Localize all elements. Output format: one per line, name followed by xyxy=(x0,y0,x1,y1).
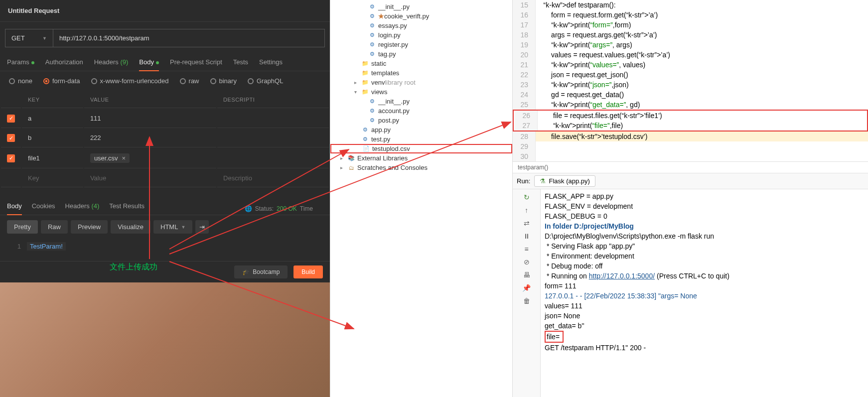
radio-graphql[interactable]: GraphQL xyxy=(248,77,283,85)
py-icon: ⚙ xyxy=(368,98,376,106)
chevron-down-icon: ▼ xyxy=(181,225,185,230)
lang-select[interactable]: HTML▼ xyxy=(153,220,192,234)
stop-icon[interactable]: ⊘ xyxy=(522,257,531,266)
tree-item-login-py[interactable]: ⚙login.py xyxy=(330,30,512,40)
resp-tab-testresults[interactable]: Test Results xyxy=(109,202,145,215)
url-input[interactable] xyxy=(53,29,324,47)
run-config-tab[interactable]: ⚗Flask (app.py) xyxy=(534,175,595,187)
console: ↻ ↑ ⇄ ⏸ ≡ ⊘ 🖶 📌 🗑 FLASK_APP = app.pyFLAS… xyxy=(513,189,868,397)
view-visualize[interactable]: Visualize xyxy=(111,220,150,234)
tree-item-cookie_verift-py[interactable]: ⚙★cookie_verift.py xyxy=(330,11,512,21)
py-icon: ⚙ xyxy=(368,117,376,125)
py-icon: ⚙ xyxy=(368,41,376,49)
filter-icon[interactable]: ≡ xyxy=(522,244,531,253)
col-value: VALUE xyxy=(84,92,216,108)
dir-icon: 📁 xyxy=(361,88,369,96)
breadcrumb[interactable]: testparam() xyxy=(513,161,868,173)
dir-icon: 📁 xyxy=(361,79,369,87)
radio-urlencoded[interactable]: x-www-form-urlencoded xyxy=(91,77,169,85)
tree-item-testuplod-csv[interactable]: 📄testuplod.csv xyxy=(330,144,512,153)
table-row-empty[interactable]: Key Value Descriptio xyxy=(1,169,329,187)
py-icon: ⚙ xyxy=(368,50,376,58)
radio-binary[interactable]: binary xyxy=(210,77,237,85)
py-icon: ⚙ xyxy=(368,107,376,115)
code-editor[interactable]: 15 “k-kw”>def testparam():16 form = requ… xyxy=(513,0,868,161)
tree-item-app-py[interactable]: ⚙app.py xyxy=(330,125,512,134)
tree-item-External-Libraries[interactable]: ▸📚External Libraries xyxy=(330,153,512,163)
tree-item-__init__-py[interactable]: ⚙__init__.py xyxy=(330,97,512,106)
layout-icon[interactable]: ⇄ xyxy=(522,218,531,227)
resp-tab-cookies[interactable]: Cookies xyxy=(32,202,55,215)
postman-footer: 🎓Bootcamp Build xyxy=(0,261,330,282)
up-icon[interactable]: ↑ xyxy=(522,205,531,214)
tab-params[interactable]: Params xyxy=(7,58,34,71)
tab-body[interactable]: Body xyxy=(139,58,159,71)
bootcamp-button[interactable]: 🎓Bootcamp xyxy=(234,265,288,278)
tree-item-__init__-py[interactable]: ⚙__init__.py xyxy=(330,2,512,11)
table-row[interactable]: ✓ b 222 xyxy=(1,129,329,148)
response-meta: 🌐 Status: 200 OK Time xyxy=(245,202,323,215)
globe-icon[interactable]: 🌐 xyxy=(245,205,252,212)
pause-icon[interactable]: ⏸ xyxy=(522,231,531,240)
tab-authorization[interactable]: Authorization xyxy=(45,58,83,71)
tab-tests[interactable]: Tests xyxy=(233,58,248,71)
tree-item-account-py[interactable]: ⚙account.py xyxy=(330,106,512,116)
request-title[interactable]: Untitled Request xyxy=(0,0,330,22)
close-icon[interactable]: × xyxy=(122,154,126,162)
method-select[interactable]: GET ▼ xyxy=(5,29,53,47)
py-icon: ⚙ xyxy=(368,22,376,30)
project-tree-pane: ⚙__init__.py⚙★cookie_verift.py⚙essays.py… xyxy=(330,0,513,397)
checkbox-icon[interactable]: ✓ xyxy=(7,115,15,123)
run-tab-bar: Run: ⚗Flask (app.py) xyxy=(513,173,868,189)
print-icon[interactable]: 🖶 xyxy=(522,270,531,279)
tree-item-venv[interactable]: ▸📁venv library root xyxy=(330,78,512,87)
resp-tab-headers[interactable]: Headers (4) xyxy=(65,202,100,215)
file-chip[interactable]: user.csv× xyxy=(90,153,130,163)
console-output[interactable]: FLASK_APP = app.pyFLASK_ENV = developmen… xyxy=(541,189,868,397)
dir-icon: 📁 xyxy=(361,69,369,77)
tab-settings[interactable]: Settings xyxy=(259,58,283,71)
tree-item-essays-py[interactable]: ⚙essays.py xyxy=(330,21,512,30)
pin-icon[interactable]: 📌 xyxy=(522,283,531,292)
checkbox-icon[interactable]: ✓ xyxy=(7,134,15,142)
tree-item-tag-py[interactable]: ⚙tag.py xyxy=(330,49,512,59)
rerun-icon[interactable]: ↻ xyxy=(522,192,531,201)
tree-item-templates[interactable]: 📁templates xyxy=(330,68,512,78)
chevron-down-icon: ▼ xyxy=(42,36,47,41)
tree-item-register-py[interactable]: ⚙register.py xyxy=(330,40,512,49)
tree-item-test-py[interactable]: ⚙test.py xyxy=(330,134,512,144)
scratch-icon: 🗂 xyxy=(347,164,355,172)
body-type-row: none form-data x-www-form-urlencoded raw… xyxy=(0,71,330,91)
tab-headers[interactable]: Headers (9) xyxy=(94,58,129,71)
response-body[interactable]: 1TestParam! xyxy=(0,239,330,254)
tab-prerequest[interactable]: Pre-request Script xyxy=(170,58,222,71)
build-button[interactable]: Build xyxy=(293,265,323,278)
tree-item-Scratches-and-Consoles[interactable]: ▸🗂Scratches and Consoles xyxy=(330,163,512,172)
table-row[interactable]: ✓ file1 user.csv× xyxy=(1,148,329,168)
py-icon: ⚙ xyxy=(368,3,376,11)
py-icon: ⚙ xyxy=(368,12,376,20)
checkbox-icon[interactable]: ✓ xyxy=(7,154,15,162)
console-toolbar: ↻ ↑ ⇄ ⏸ ≡ ⊘ 🖶 📌 🗑 xyxy=(513,189,541,397)
col-key: KEY xyxy=(22,92,83,108)
background-image xyxy=(0,282,330,397)
resp-tab-body[interactable]: Body xyxy=(7,202,22,215)
request-tabs: Params Authorization Headers (9) Body Pr… xyxy=(0,54,330,71)
view-raw[interactable]: Raw xyxy=(41,220,68,234)
view-pretty[interactable]: Pretty xyxy=(7,220,38,234)
tree-item-static[interactable]: 📁static xyxy=(330,59,512,68)
wrap-icon[interactable]: ⇥ xyxy=(195,220,209,234)
view-preview[interactable]: Preview xyxy=(71,220,108,234)
py-icon: ⚙ xyxy=(361,126,369,134)
radio-raw[interactable]: raw xyxy=(180,77,199,85)
tree-item-post-py[interactable]: ⚙post.py xyxy=(330,116,512,125)
txt-icon: 📄 xyxy=(362,145,370,153)
dir-icon: 📁 xyxy=(361,60,369,68)
lib-icon: 📚 xyxy=(347,154,355,162)
tree-item-views[interactable]: ▾📁views xyxy=(330,87,512,97)
table-row[interactable]: ✓ a 111 xyxy=(1,109,329,128)
trash-icon[interactable]: 🗑 xyxy=(522,296,531,305)
flask-icon: ⚗ xyxy=(540,177,546,185)
radio-form-data[interactable]: form-data xyxy=(43,77,80,85)
radio-none[interactable]: none xyxy=(9,77,32,85)
